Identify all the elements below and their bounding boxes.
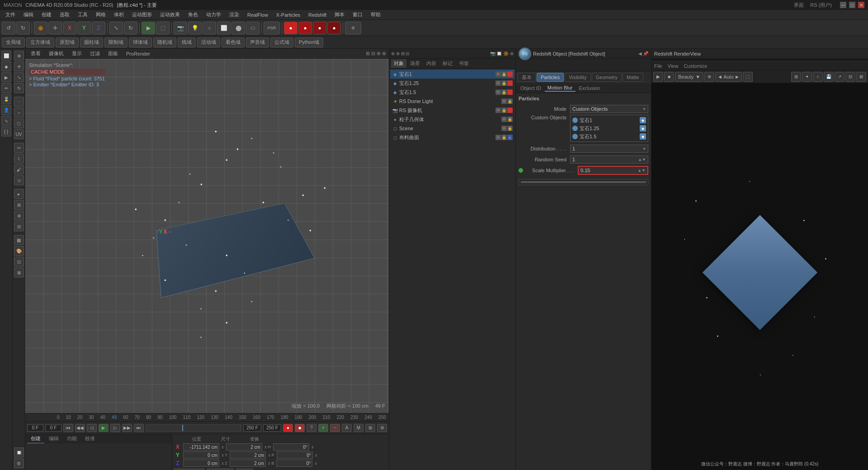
rv-star[interactable]: ✦ (802, 72, 812, 82)
lt-hair[interactable]: ∿ (1, 116, 11, 126)
tb-rotate[interactable]: ↻ (124, 22, 137, 34)
vis-eye-6[interactable]: 👁 (501, 117, 507, 122)
menu-redshift[interactable]: Redshift (305, 11, 330, 19)
rv-grid[interactable]: ⊞ (791, 72, 801, 82)
tb-rotate-z[interactable]: Z (92, 22, 105, 34)
tb-psr[interactable]: PSR (264, 22, 280, 34)
bottom-tab-edit[interactable]: 编辑 (45, 434, 62, 444)
lst-move[interactable]: ✛ (14, 61, 24, 71)
lst-polys[interactable]: ⬡ (14, 118, 24, 128)
mode-formula[interactable]: 公式域 (270, 38, 293, 47)
tl-prev-frame[interactable]: ◀◀ (75, 424, 85, 432)
lt-script[interactable]: { } (1, 127, 11, 136)
props-collapse-icon[interactable]: ◀ (638, 51, 642, 56)
lst-points[interactable]: · (14, 97, 24, 107)
tl-next-frame[interactable]: ▶▶ (122, 424, 132, 432)
co-icon-1[interactable]: ◆ (640, 117, 646, 123)
co-item-gem1[interactable]: 宝石1 ◆ (571, 116, 647, 124)
tb-record-red[interactable]: ● (284, 22, 297, 34)
menu-volume[interactable]: 体积 (110, 10, 127, 19)
vis-eye-5[interactable]: 👁 (495, 108, 501, 113)
vp-tab-panel[interactable]: 面板 (105, 50, 121, 57)
rv-canvas[interactable]: ✦ + ✦ + ✦ + ✦ + ✦ + 微信公众号：野鹿志 微博：野鹿志 作者：… (651, 83, 868, 470)
tl-dope[interactable]: ⊞ (365, 424, 375, 432)
vp-tab-view[interactable]: 查看 (28, 50, 43, 57)
tl-settings[interactable]: ⚙ (377, 424, 387, 432)
vis-lock-8[interactable]: 🔒 (501, 135, 507, 140)
tl-auto-key[interactable]: A (342, 424, 352, 432)
coord-x-angle[interactable] (273, 443, 309, 451)
co-item-gem125[interactable]: 宝石1.25 ◆ (571, 124, 647, 132)
menu-create[interactable]: 创建 (38, 10, 55, 19)
rv-crop[interactable]: ⬚ (743, 72, 753, 82)
scene-tab-scene[interactable]: 场景 (407, 59, 423, 68)
lst-grid[interactable]: ⊟ (14, 221, 24, 231)
tb-undo[interactable]: ↺ (2, 22, 15, 34)
menu-mesh[interactable]: 网格 (92, 10, 109, 19)
props-scrollbar[interactable] (521, 181, 646, 183)
timeline-frame-start[interactable]: 0 F (27, 424, 43, 432)
rv-settings1[interactable]: ⊟ (845, 72, 855, 82)
menu-help[interactable]: 帮助 (367, 10, 384, 19)
rv-play[interactable]: ▶ (653, 72, 663, 82)
props-tab-particles[interactable]: Particles (537, 73, 564, 82)
prop-mode-dropdown[interactable]: Custom Objects (570, 105, 648, 113)
tb-record-4[interactable]: ● (327, 22, 341, 34)
co-icon-2[interactable]: ◆ (640, 125, 646, 132)
mode-global[interactable]: 全局域 (2, 38, 25, 47)
vp-tab-filter[interactable]: 过滤 (87, 50, 103, 57)
vp-tab-prorender[interactable]: ProRender (123, 51, 153, 57)
rv-auto-dropdown[interactable]: ◀ Auto ▶ (715, 72, 742, 82)
lst-bottom-1[interactable]: 🔲 (14, 447, 24, 457)
rv-circle[interactable]: ○ (813, 72, 823, 82)
coord-z-pos[interactable] (183, 460, 219, 467)
lst-select[interactable]: ⊕ (14, 51, 24, 61)
scene-tab-objects[interactable]: 对象 (391, 59, 406, 68)
coord-y-angle[interactable] (277, 451, 313, 459)
tl-goto-end[interactable]: ⏭ (134, 424, 144, 432)
props-sub-tab-motionblur[interactable]: Motion Blur (545, 85, 576, 92)
mode-cube[interactable]: 立方体域 (26, 38, 54, 47)
tree-item-dome-light[interactable]: ☀ RS Dome Light 👁 🔒 (390, 97, 514, 106)
lst-bridge[interactable]: ⌇ (14, 154, 24, 164)
tree-item-cloth[interactable]: ◻ 布料曲面 👁 🔒 ■ (390, 133, 514, 142)
menu-dynamics[interactable]: 动力学 (203, 10, 225, 19)
tb-redo[interactable]: ↻ (16, 22, 30, 34)
tree-item-gem125[interactable]: ◆ 宝石1.25 👁 🔒 (390, 79, 514, 88)
menu-file[interactable]: 文件 (2, 10, 19, 19)
vis-lock-1[interactable]: 🔒 (501, 71, 507, 77)
mode-active[interactable]: 活动域 (197, 38, 220, 47)
vis-eye-2[interactable]: 👁 (495, 80, 501, 86)
tb-rotate-x[interactable]: X (63, 22, 76, 34)
tl-add-key[interactable]: + (318, 424, 328, 432)
props-sub-tab-exclusion[interactable]: Exclusion (576, 85, 603, 91)
tree-item-particles[interactable]: ● 粒子几何体 👁 🔒 (390, 115, 514, 124)
vis-eye-4[interactable]: 👁 (501, 99, 507, 104)
tl-play[interactable]: ▶ (99, 424, 108, 432)
tb-scale[interactable]: ⤡ (109, 22, 123, 34)
tb-live-select[interactable]: ⊕ (34, 22, 47, 34)
tb-sphere[interactable]: ⬤ (231, 22, 245, 34)
tl-prev-keyframe[interactable]: ◁ (87, 424, 97, 432)
tb-rotate-y[interactable]: Y (77, 22, 91, 34)
rv-save[interactable]: 💾 (824, 72, 834, 82)
props-tab-visibility[interactable]: Visibility (565, 73, 591, 82)
coord-x-pos[interactable] (183, 443, 219, 451)
mode-sound[interactable]: 声音域 (246, 38, 269, 47)
timeline-track[interactable] (146, 424, 241, 432)
menu-mograph[interactable]: 运动图形 (128, 10, 156, 19)
mode-line[interactable]: 线域 (178, 38, 196, 47)
props-pin-icon[interactable]: 📌 (643, 51, 648, 56)
mode-original[interactable]: 原型域 (56, 38, 79, 47)
mode-python[interactable]: Python域 (295, 38, 323, 47)
tb-render[interactable]: ▶ (142, 22, 155, 34)
lst-bottom-2[interactable]: ⚙ (14, 458, 24, 468)
bottom-tab-calibration[interactable]: 校准 (81, 434, 99, 444)
tb-camera[interactable]: 📷 (174, 22, 187, 34)
menu-edit[interactable]: 编辑 (20, 10, 37, 19)
rv-menu-customize[interactable]: Customize (684, 63, 707, 69)
lst-edges[interactable]: ⎼ (14, 108, 24, 118)
coord-y-size[interactable] (230, 451, 266, 459)
tb-render-region[interactable]: ⬚ (156, 22, 170, 34)
vp-tab-camera[interactable]: 摄像机 (46, 50, 66, 57)
